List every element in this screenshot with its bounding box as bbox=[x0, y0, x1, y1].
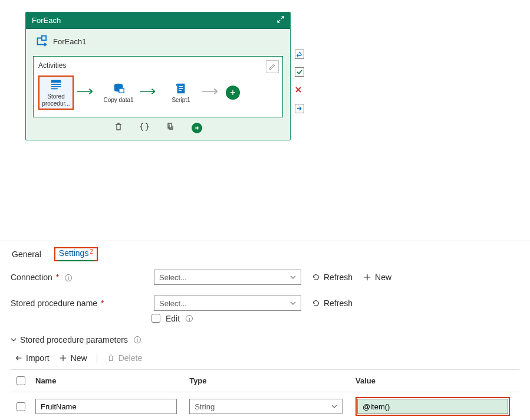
foreach-card-title: ForEach bbox=[32, 16, 61, 25]
card-action-bar bbox=[26, 117, 290, 140]
param-header-select-all bbox=[11, 370, 32, 392]
side-status-icons bbox=[295, 50, 304, 113]
activity-node-copy-data[interactable]: Copy data1 bbox=[101, 76, 136, 110]
spname-refresh-button[interactable]: Refresh bbox=[312, 298, 353, 308]
info-icon[interactable]: i bbox=[65, 274, 72, 281]
param-header-type: Type bbox=[186, 370, 352, 392]
chevron-down-icon bbox=[290, 274, 296, 280]
spname-row: Stored procedure name * Select... Refres… bbox=[11, 296, 519, 311]
svg-rect-2 bbox=[51, 84, 61, 85]
trash-icon[interactable] bbox=[114, 122, 123, 134]
arrow-icon bbox=[202, 87, 222, 98]
tab-general[interactable]: General bbox=[11, 247, 42, 261]
foreach-card-header: ForEach bbox=[26, 12, 290, 29]
connection-label: Connection * i bbox=[11, 273, 149, 282]
param-row-checkbox[interactable] bbox=[17, 402, 25, 411]
connection-select-placeholder: Select... bbox=[159, 273, 187, 282]
refresh-label: Refresh bbox=[324, 273, 353, 282]
new-label: New bbox=[71, 353, 87, 363]
trash-icon bbox=[107, 354, 115, 362]
settings-form: Connection * i Select... Refresh New Sto… bbox=[0, 261, 530, 420]
foreach-activity-name: ForEach1 bbox=[53, 37, 86, 46]
param-table-row: String bbox=[11, 392, 519, 421]
tab-settings-label: Settings bbox=[59, 248, 89, 258]
spname-edit-label: Edit bbox=[166, 314, 180, 323]
spname-select[interactable]: Select... bbox=[154, 296, 301, 311]
activity-node-label: Stored procedur... bbox=[41, 93, 71, 107]
pencil-icon[interactable] bbox=[266, 60, 279, 73]
param-table-header-row: Name Type Value bbox=[11, 370, 519, 392]
required-asterisk: * bbox=[55, 273, 60, 282]
connection-select[interactable]: Select... bbox=[154, 270, 301, 285]
tab-settings-count: 2 bbox=[90, 248, 93, 255]
chevron-down-icon bbox=[11, 337, 17, 343]
status-turn-icon[interactable] bbox=[295, 50, 304, 59]
spname-label-text: Stored procedure name bbox=[11, 298, 97, 308]
svg-rect-1 bbox=[51, 80, 61, 83]
script-icon bbox=[175, 82, 187, 95]
param-name-input[interactable] bbox=[35, 399, 177, 414]
expand-icon[interactable] bbox=[277, 16, 284, 25]
goto-icon[interactable] bbox=[192, 123, 202, 133]
import-label: Import bbox=[26, 353, 50, 363]
foreach-name-row: ForEach1 bbox=[26, 29, 290, 51]
copy-data-icon bbox=[112, 82, 125, 95]
connection-refresh-button[interactable]: Refresh bbox=[312, 273, 353, 282]
properties-tabs: General Settings2 bbox=[0, 241, 530, 261]
spname-edit-checkbox[interactable] bbox=[152, 314, 160, 323]
select-all-checkbox[interactable] bbox=[17, 376, 25, 385]
svg-rect-3 bbox=[51, 86, 61, 87]
param-type-select[interactable]: String bbox=[189, 399, 343, 414]
delete-label: Delete bbox=[118, 353, 142, 363]
braces-icon[interactable] bbox=[140, 122, 149, 134]
svg-rect-4 bbox=[51, 88, 58, 90]
param-table: Name Type Value String bbox=[11, 369, 519, 420]
loop-icon bbox=[34, 35, 47, 48]
activities-label: Activities bbox=[38, 61, 278, 70]
param-value-highlight bbox=[355, 397, 510, 416]
connection-label-text: Connection bbox=[11, 273, 52, 282]
spname-select-placeholder: Select... bbox=[159, 299, 187, 308]
chevron-down-icon bbox=[331, 403, 337, 409]
arrow-icon bbox=[77, 87, 97, 98]
refresh-label: Refresh bbox=[324, 298, 353, 308]
add-activity-button[interactable]: + bbox=[226, 86, 240, 100]
arrow-icon bbox=[140, 87, 160, 98]
foreach-card: ForEach ForEach1 Activities bbox=[25, 12, 291, 140]
stored-procedure-icon bbox=[50, 78, 62, 91]
param-toolbar: Import New Delete bbox=[11, 353, 519, 363]
info-icon[interactable]: i bbox=[134, 336, 141, 343]
sp-parameters-section-label: Stored procedure parameters bbox=[20, 335, 128, 344]
param-value-input[interactable] bbox=[357, 399, 508, 414]
activity-node-label: Script1 bbox=[172, 97, 190, 104]
param-header-value: Value bbox=[352, 370, 519, 392]
sp-parameters-section-header[interactable]: Stored procedure parameters i bbox=[11, 335, 519, 344]
tab-settings[interactable]: Settings2 bbox=[58, 246, 94, 261]
activity-node-stored-procedure[interactable]: Stored procedur... bbox=[38, 76, 74, 110]
activity-chain: Stored procedur... Copy data1 bbox=[38, 73, 278, 110]
required-asterisk: * bbox=[100, 298, 105, 308]
chevron-down-icon bbox=[290, 300, 296, 306]
status-check-icon[interactable] bbox=[295, 67, 304, 77]
param-new-button[interactable]: New bbox=[59, 353, 87, 363]
svg-rect-6 bbox=[119, 88, 124, 93]
activity-node-script[interactable]: Script1 bbox=[163, 76, 199, 110]
import-icon bbox=[14, 354, 22, 362]
param-delete-button[interactable]: Delete bbox=[107, 353, 142, 363]
info-icon[interactable]: i bbox=[186, 315, 193, 322]
connection-new-button[interactable]: New bbox=[363, 273, 391, 282]
param-import-button[interactable]: Import bbox=[14, 353, 50, 363]
spname-label: Stored procedure name * bbox=[11, 298, 149, 308]
toolbar-divider bbox=[97, 353, 97, 363]
refresh-icon bbox=[312, 299, 320, 307]
spname-edit-checkbox-row: Edit i bbox=[149, 312, 519, 324]
svg-rect-0 bbox=[42, 36, 46, 40]
tab-settings-highlight: Settings2 bbox=[54, 247, 98, 261]
refresh-icon bbox=[312, 273, 320, 281]
foreach-card-area: ForEach ForEach1 Activities bbox=[0, 0, 530, 140]
status-x-icon[interactable] bbox=[295, 85, 304, 96]
status-arrow-icon[interactable] bbox=[295, 104, 304, 113]
plus-icon bbox=[59, 354, 67, 362]
plus-icon bbox=[363, 273, 371, 281]
copy-icon[interactable] bbox=[166, 122, 175, 134]
